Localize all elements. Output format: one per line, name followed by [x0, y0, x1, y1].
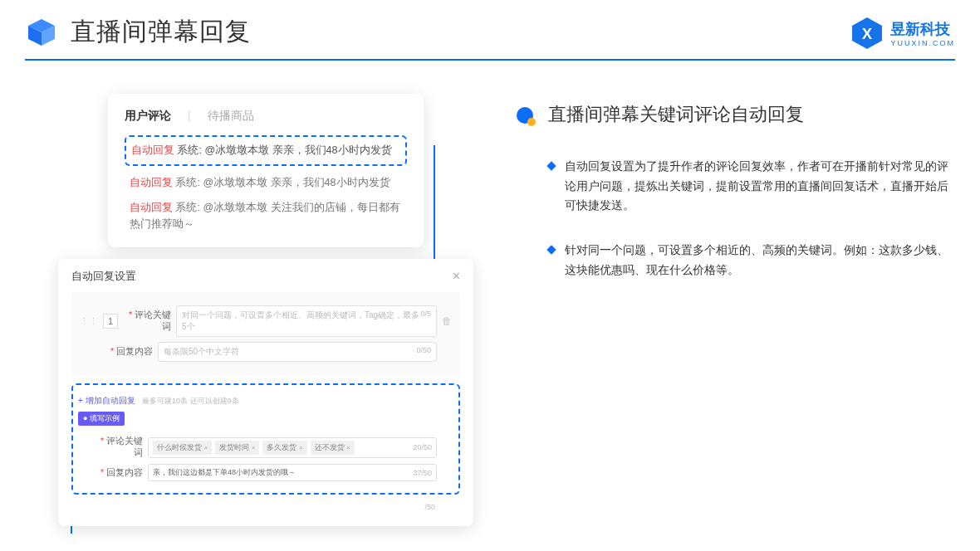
example-label-content: 回复内容 [96, 467, 143, 479]
comment-row: 自动回复 系统: @冰墩墩本墩 关注我们的店铺，每日都有热门推荐呦～ [125, 191, 407, 232]
bullet-text: 针对同一个问题，可设置多个相近的、高频的关键词。例如：这款多少钱、这块能优惠吗、… [565, 241, 955, 280]
comment-system-prefix: 系统: [175, 202, 199, 213]
input-placeholder: 对同一个问题，可设置多个相近、高频的关键词，Tag确定，最多5个 [182, 310, 420, 333]
bubble-icon [515, 105, 538, 129]
comment-text: @冰墩墩本墩 亲亲，我们48小时内发货 [204, 144, 391, 156]
char-counter: 20/50 [413, 443, 432, 451]
example-badge: ● 填写示例 [78, 412, 125, 426]
cube-icon [25, 16, 58, 49]
keyword-tag[interactable]: 什么时候发货 × [153, 441, 212, 455]
example-content-text: 亲，我们这边都是下单48小时内发货的哦～ [153, 467, 296, 478]
svg-text:X: X [862, 26, 872, 42]
example-highlight-box: + 增加自动回复 最多可建10条 还可以创建9条 ● 填写示例 评论关键词 什么… [71, 383, 460, 495]
keyword-tag[interactable]: 还不发货 × [311, 441, 355, 455]
keyword-tag[interactable]: 发货时间 × [215, 441, 259, 455]
comment-system-prefix: 系统: [175, 177, 199, 188]
char-counter: 37/50 [413, 469, 432, 477]
tab-pending-goods[interactable]: 待播商品 [208, 109, 254, 124]
brand-name-cn: 昱新科技 [890, 19, 955, 39]
add-auto-reply-link[interactable]: + 增加自动回复 [78, 396, 135, 405]
comment-system-prefix: 系统: [177, 144, 201, 156]
comments-panel: 用户评论 | 待播商品 自动回复 系统: @冰墩墩本墩 亲亲，我们48小时内发货… [108, 94, 424, 247]
comment-row: 自动回复 系统: @冰墩墩本墩 亲亲，我们48小时内发货 [125, 166, 407, 191]
char-counter: 0/50 [416, 346, 431, 358]
tab-divider: | [188, 109, 191, 124]
bullet-text: 自动回复设置为了提升作者的评论回复效率，作者可在开播前针对常见的评论用户问题，提… [565, 157, 955, 216]
drag-handle-icon[interactable]: ⋮⋮ [80, 316, 98, 327]
brand-icon: X [849, 15, 885, 51]
content-input[interactable]: 每条限50个中文字符 0/50 [158, 342, 437, 362]
bullet-diamond-icon [546, 245, 556, 254]
label-keyword: 评论关键词 [125, 310, 171, 333]
highlighted-comment: 自动回复 系统: @冰墩墩本墩 亲亲，我们48小时内发货 [125, 135, 407, 166]
page-title: 直播间弹幕回复 [71, 15, 251, 49]
brand-logo: X 昱新科技 YUUXIN.COM [849, 15, 955, 51]
rule-index: 1 [103, 314, 118, 329]
svg-point-6 [527, 118, 536, 126]
auto-reply-badge: 自动回复 [131, 144, 174, 156]
example-keyword-input[interactable]: 什么时候发货 × 发货时间 × 多久发货 × 还不发货 × 20/50 [148, 437, 437, 458]
delete-icon[interactable]: 🗑 [442, 315, 452, 327]
auto-reply-settings-panel: 自动回复设置 × ⋮⋮ 1 评论关键词 对同一个问题，可设置多个相近、高频的关键… [58, 259, 473, 526]
input-placeholder: 每条限50个中文字符 [164, 346, 239, 358]
tab-user-comments[interactable]: 用户评论 [125, 109, 171, 124]
brand-name-en: YUUXIN.COM [890, 39, 955, 47]
add-hint-text: 最多可建10条 还可以创建9条 [142, 397, 239, 405]
auto-reply-badge: 自动回复 [130, 177, 173, 188]
comment-text: @冰墩墩本墩 亲亲，我们48小时内发货 [203, 177, 390, 188]
char-counter: 0/5 [420, 310, 431, 333]
keyword-tag[interactable]: 多久发货 × [262, 441, 306, 455]
settings-title: 自动回复设置 [71, 269, 136, 284]
example-label-keyword: 评论关键词 [96, 436, 143, 459]
section-title: 直播间弹幕关键词评论自动回复 [548, 104, 804, 124]
label-content: 回复内容 [106, 346, 153, 358]
keyword-input[interactable]: 对同一个问题，可设置多个相近、高频的关键词，Tag确定，最多5个 0/5 [176, 305, 437, 337]
example-content-input[interactable]: 亲，我们这边都是下单48小时内发货的哦～ 37/50 [148, 464, 437, 481]
bullet-diamond-icon [546, 161, 556, 170]
auto-reply-badge: 自动回复 [130, 202, 173, 213]
tail-counter: /50 [424, 503, 435, 511]
close-icon[interactable]: × [453, 269, 460, 284]
